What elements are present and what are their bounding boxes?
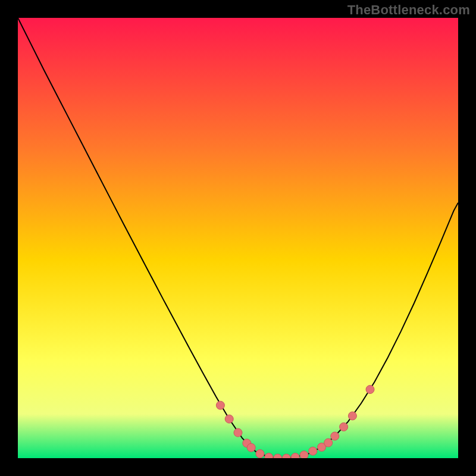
curve-marker — [340, 422, 348, 431]
curve-marker — [309, 447, 317, 455]
chart-svg — [18, 18, 458, 458]
attribution-text: TheBottleneck.com — [347, 2, 470, 18]
chart-plot-area — [18, 18, 458, 458]
curve-marker — [324, 439, 333, 447]
curve-marker — [366, 386, 374, 394]
curve-marker — [348, 412, 356, 420]
stage: TheBottleneck.com — [0, 0, 476, 476]
curve-marker — [234, 428, 242, 437]
curve-marker — [247, 443, 255, 452]
gradient-background — [18, 18, 458, 458]
curve-marker — [225, 415, 233, 423]
curve-marker — [216, 401, 224, 409]
curve-marker — [256, 450, 264, 458]
curve-marker — [331, 432, 339, 440]
curve-marker — [300, 451, 308, 458]
